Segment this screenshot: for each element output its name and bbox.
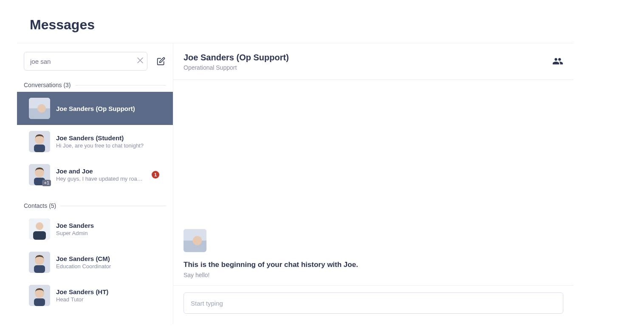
compose-button[interactable] — [156, 56, 166, 66]
unread-badge: 1 — [152, 171, 159, 179]
contact-name: Joe Sanders (CM) — [56, 255, 111, 262]
chat-panel: Joe Sanders (Op Support) Operational Sup… — [173, 43, 573, 324]
conversations-label: Conversations (3) — [24, 82, 71, 88]
svg-rect-17 — [34, 298, 45, 306]
avatar — [29, 131, 50, 152]
conversation-name: Joe Sanders (Student) — [56, 134, 161, 142]
avatar — [29, 252, 50, 273]
contact-role: Head Tutor — [56, 296, 108, 303]
contact-name: Joe Sanders — [56, 222, 94, 229]
chat-subtitle: Operational Support — [184, 64, 289, 71]
contacts-label: Contacts (5) — [24, 202, 56, 209]
svg-point-10 — [36, 222, 43, 230]
contact-name: Joe Sanders (HT) — [56, 288, 108, 295]
overflow-badge: +1 — [42, 180, 51, 186]
chat-title: Joe Sanders (Op Support) — [184, 53, 289, 62]
avatar: +1 — [29, 164, 50, 185]
contact-role: Education Coordinator — [56, 263, 111, 269]
contact-role: Super Admin — [56, 230, 94, 236]
conversation-preview: Hey guys, I have updated my roadm… — [56, 176, 145, 182]
avatar — [29, 218, 50, 240]
chat-body: This is the beginning of your chat histo… — [173, 80, 573, 285]
contacts-section-head: Contacts (5) — [24, 202, 166, 209]
conversation-item[interactable]: Joe Sanders (Student) Hi Joe, are you fr… — [24, 125, 166, 158]
search-box — [24, 52, 147, 71]
empty-state-sub: Say hello! — [184, 272, 563, 278]
conversation-item[interactable]: Joe Sanders (Op Support) — [17, 92, 173, 125]
svg-rect-11 — [33, 231, 46, 240]
conversation-item[interactable]: +1 Joe and Joe Hey guys, I have updated … — [24, 158, 166, 191]
conversation-name: Joe Sanders (Op Support) — [56, 105, 161, 112]
conversation-name: Joe and Joe — [56, 167, 161, 175]
empty-state-title: This is the beginning of your chat histo… — [184, 261, 563, 269]
empty-state: This is the beginning of your chat histo… — [184, 229, 563, 278]
contact-item[interactable]: Joe Sanders (CM) Education Coordinator — [24, 246, 166, 279]
avatar — [29, 285, 50, 306]
conversation-preview: Hi Joe, are you free to chat tonight? — [56, 142, 145, 149]
avatar — [29, 98, 50, 119]
svg-rect-5 — [34, 145, 45, 152]
svg-rect-14 — [34, 265, 45, 273]
contact-item[interactable]: Joe Sanders (HT) Head Tutor — [24, 279, 166, 312]
svg-point-20 — [193, 236, 202, 245]
search-input[interactable] — [24, 52, 147, 71]
people-icon[interactable] — [552, 56, 563, 68]
avatar — [184, 229, 206, 252]
message-input[interactable] — [184, 292, 563, 314]
svg-point-2 — [37, 104, 46, 113]
page-title: Messages — [17, 17, 573, 43]
conversations-section-head: Conversations (3) — [24, 82, 166, 88]
sidebar: Conversations (3) Joe Sanders (Op Suppor… — [17, 43, 173, 324]
clear-search-icon[interactable] — [137, 57, 143, 65]
chat-header: Joe Sanders (Op Support) Operational Sup… — [173, 43, 573, 80]
contact-item[interactable]: Joe Sanders Super Admin — [24, 213, 166, 246]
chat-input-wrap — [173, 285, 573, 324]
